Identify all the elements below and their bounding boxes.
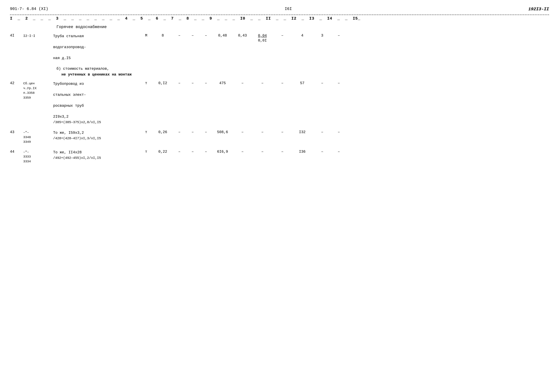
header: 901-7- 6.84 (XI) I6I 192I3-II bbox=[10, 7, 549, 12]
row-num: 42 bbox=[10, 81, 23, 85]
row-col6: – bbox=[173, 130, 186, 134]
row-unit: т bbox=[140, 149, 153, 154]
row-col10: – bbox=[233, 130, 252, 134]
row-col14: 3 bbox=[312, 33, 332, 38]
row-num: 4I bbox=[10, 33, 23, 38]
table-row: 4I I2-I-I Труба стальная водогазопровод-… bbox=[10, 33, 549, 61]
row-col10: 0,43 bbox=[233, 33, 252, 38]
row-col12: – bbox=[272, 149, 292, 154]
row-col7: – bbox=[186, 130, 199, 134]
row-qty: 0,26 bbox=[153, 130, 173, 134]
row-num: 44 bbox=[10, 149, 23, 154]
row-ref: –"–33483349 bbox=[23, 130, 53, 144]
row-col8: – bbox=[199, 149, 213, 154]
row-col12: – bbox=[272, 130, 292, 134]
row-col14: – bbox=[312, 81, 332, 85]
row-col6: – bbox=[173, 81, 186, 85]
row-col13: I36 bbox=[292, 149, 312, 154]
row-ref: –"–33333334 bbox=[23, 149, 53, 164]
row-col6: – bbox=[173, 149, 186, 154]
row-name: Трубопровод из стальных элект- росварных… bbox=[53, 81, 140, 125]
row-col8: – bbox=[199, 33, 213, 38]
row-col7: – bbox=[186, 81, 199, 85]
header-left: 901-7- 6.84 (XI) bbox=[10, 7, 48, 11]
row-col15: – bbox=[332, 149, 345, 154]
row-col15: – bbox=[332, 33, 345, 38]
column-headers: I _ 2 _ _ _ 3 _ _ _ _ _ _ _ _ 4 _ 5 _ 6 … bbox=[10, 16, 549, 21]
row-col12: – bbox=[272, 33, 292, 38]
row-col9: 508,6 bbox=[213, 130, 233, 134]
row-col10: – bbox=[233, 149, 252, 154]
row-unit: т bbox=[140, 130, 153, 134]
header-right: 192I3-II bbox=[528, 7, 549, 12]
section-hot-water-label: Горячее водоснабжение bbox=[56, 25, 549, 29]
row-ref: I2-I-I bbox=[23, 33, 53, 38]
row-col8: – bbox=[199, 130, 213, 134]
row-col13: I32 bbox=[292, 130, 312, 134]
table-row: 44 –"–33333334 То же, II4x28 /492+(492–4… bbox=[10, 149, 549, 164]
row-col8: – bbox=[199, 81, 213, 85]
row-col6: – bbox=[173, 33, 186, 38]
row-ref: Сб.ценч.Ур.IXп.33583359 bbox=[23, 81, 53, 100]
row-col11: 0,04 0,0I bbox=[252, 33, 272, 43]
row-name: То же, I59x3,2 /428+(428–4I7)xI,3/xI,I5 bbox=[53, 130, 140, 141]
row-qty: 8 bbox=[153, 33, 173, 38]
header-center: I6I bbox=[285, 7, 292, 11]
table-row: 43 –"–33483349 То же, I59x3,2 /428+(428–… bbox=[10, 130, 549, 144]
row-col13: 4 bbox=[292, 33, 312, 38]
row-col15: – bbox=[332, 81, 345, 85]
row-col14: – bbox=[312, 149, 332, 154]
row-col11: – bbox=[252, 130, 272, 134]
row-col15: – bbox=[332, 130, 345, 134]
row-qty: 0,22 bbox=[153, 149, 173, 154]
row-name: То же, II4x28 /492+(492–455)xI,2/xI,I5 bbox=[53, 149, 140, 161]
col-headers-text: I _ 2 _ _ _ 3 _ _ _ _ _ _ _ _ 4 _ 5 _ 6 … bbox=[10, 16, 360, 21]
row-unit: т bbox=[140, 81, 153, 85]
row-col11: – bbox=[252, 81, 272, 85]
row-col7: – bbox=[186, 33, 199, 38]
row-unit: М bbox=[140, 33, 153, 38]
row-num: 43 bbox=[10, 130, 23, 134]
table-row: 42 Сб.ценч.Ур.IXп.33583359 Трубопровод и… bbox=[10, 81, 549, 125]
separator-line bbox=[10, 15, 549, 15]
row-col10: – bbox=[233, 81, 252, 85]
row-col9: 475 bbox=[213, 81, 233, 85]
row-col12: – bbox=[272, 81, 292, 85]
row-col11: – bbox=[252, 149, 272, 154]
row-col9: 0,48 bbox=[213, 33, 233, 38]
row-qty: 0,I2 bbox=[153, 81, 173, 85]
section-b-label: б) стоимость материалов, не учтенных в ц… bbox=[56, 66, 549, 78]
row-name: Труба стальная водогазопровод- ная д.I5 bbox=[53, 33, 140, 61]
row-col7: – bbox=[186, 149, 199, 154]
row-col9: 6I6,9 bbox=[213, 149, 233, 154]
row-col14: – bbox=[312, 130, 332, 134]
row-col13: 57 bbox=[292, 81, 312, 85]
